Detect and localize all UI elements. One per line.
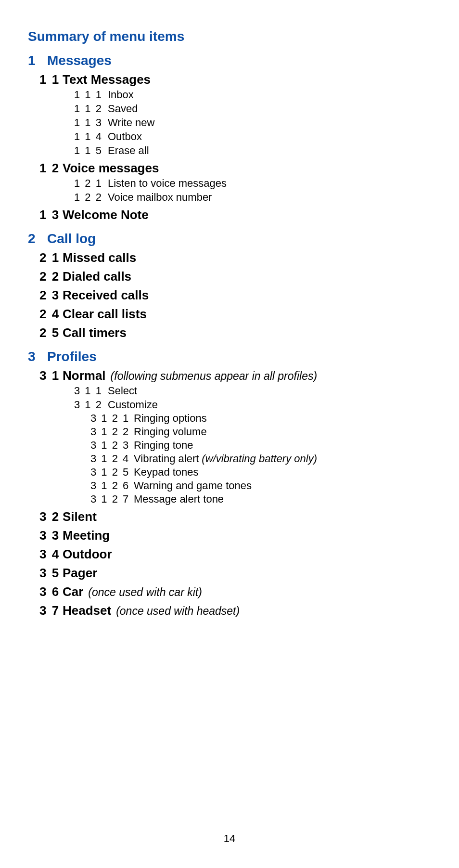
submenu-note: (once used with car kit): [88, 586, 202, 599]
submenu-label: Headset: [63, 603, 111, 618]
submenu-call-timers: 2 5Call timers: [39, 325, 431, 340]
subitem-message-alert-tone: 3 1 2 7Message alert tone: [90, 493, 431, 505]
menu-label: Profiles: [47, 349, 97, 364]
item-number: 1 1 1: [74, 89, 108, 101]
item-listen-voice: 1 2 1Listen to voice messages: [74, 177, 431, 190]
submenu-number: 1 2: [39, 161, 63, 176]
submenu-number: 3 1: [39, 368, 63, 383]
item-saved: 1 1 2Saved: [74, 103, 431, 115]
submenu-note: (following submenus appear in all profil…: [111, 370, 318, 383]
submenu-label: Text Messages: [63, 72, 151, 87]
menu-number: 1: [28, 53, 47, 68]
submenu-welcome-note: 1 3 Welcome Note: [39, 207, 431, 222]
submenu-label: Welcome Note: [63, 207, 149, 222]
submenu-label: Outdoor: [63, 547, 112, 562]
subitem-label: Message alert tone: [134, 493, 224, 505]
item-label: Write new: [108, 117, 154, 129]
subitem-note: (w/vibrating battery only): [202, 453, 317, 465]
menu-profiles: 3 Profiles: [28, 349, 431, 364]
item-number: 1 2 1: [74, 177, 108, 190]
subitem-label: Vibrating alert: [134, 453, 199, 465]
item-number: 1 2 2: [74, 191, 108, 204]
submenu-label: Missed calls: [63, 250, 136, 265]
item-voice-mailbox: 1 2 2Voice mailbox number: [74, 191, 431, 204]
submenu-label: Silent: [63, 509, 97, 524]
submenu-number: 2 3: [39, 288, 63, 303]
subitem-number: 3 1 2 3: [90, 439, 134, 452]
submenu-silent: 3 2Silent: [39, 509, 431, 524]
submenu-car: 3 6Car(once used with car kit): [39, 584, 431, 599]
subitem-vibrating-alert: 3 1 2 4Vibrating alert(w/vibrating batte…: [90, 453, 431, 465]
submenu-label: Clear call lists: [63, 307, 147, 322]
submenu-number: 3 2: [39, 509, 63, 524]
menu-call-log: 2 Call log: [28, 231, 431, 246]
submenu-number: 3 6: [39, 584, 63, 599]
submenu-label: Call timers: [63, 325, 127, 340]
submenu-number: 3 7: [39, 603, 63, 618]
subitem-number: 3 1 2 1: [90, 412, 134, 425]
item-number: 1 1 5: [74, 144, 108, 157]
submenu-label: Meeting: [63, 528, 110, 543]
subitem-number: 3 1 2 4: [90, 453, 134, 465]
submenu-number: 1 3: [39, 207, 63, 222]
item-label: Saved: [108, 103, 138, 115]
subitem-number: 3 1 2 2: [90, 426, 134, 438]
subitem-ringing-volume: 3 1 2 2Ringing volume: [90, 426, 431, 438]
submenu-number: 1 1: [39, 72, 63, 87]
item-outbox: 1 1 4Outbox: [74, 130, 431, 143]
item-label: Customize: [108, 399, 158, 411]
subitem-label: Ringing volume: [134, 426, 207, 438]
subitem-label: Ringing options: [134, 412, 207, 425]
submenu-note: (once used with headset): [116, 605, 240, 618]
submenu-label: Pager: [63, 566, 97, 581]
item-label: Select: [108, 385, 137, 397]
submenu-number: 2 1: [39, 250, 63, 265]
submenu-dialed-calls: 2 2Dialed calls: [39, 269, 431, 284]
submenu-normal: 3 1 Normal (following submenus appear in…: [39, 368, 431, 383]
submenu-number: 3 5: [39, 566, 63, 581]
submenu-headset: 3 7Headset(once used with headset): [39, 603, 431, 618]
item-number: 3 1 2: [74, 399, 108, 411]
subitem-number: 3 1 2 6: [90, 479, 134, 492]
subitem-warning-game-tones: 3 1 2 6Warning and game tones: [90, 479, 431, 492]
submenu-label: Car: [63, 584, 83, 599]
item-number: 1 1 4: [74, 130, 108, 143]
subitem-ringing-tone: 3 1 2 3Ringing tone: [90, 439, 431, 452]
submenu-clear-call-lists: 2 4Clear call lists: [39, 307, 431, 322]
submenu-label: Voice messages: [63, 161, 159, 176]
subitem-number: 3 1 2 7: [90, 493, 134, 505]
subitem-keypad-tones: 3 1 2 5Keypad tones: [90, 466, 431, 479]
item-label: Inbox: [108, 89, 134, 101]
menu-messages: 1 Messages: [28, 53, 431, 68]
item-label: Voice mailbox number: [108, 191, 212, 204]
submenu-outdoor: 3 4Outdoor: [39, 547, 431, 562]
item-customize: 3 1 2Customize: [74, 399, 431, 411]
item-select: 3 1 1Select: [74, 385, 431, 397]
item-label: Listen to voice messages: [108, 177, 227, 190]
item-number: 1 1 2: [74, 103, 108, 115]
submenu-pager: 3 5Pager: [39, 566, 431, 581]
submenu-number: 2 5: [39, 325, 63, 340]
item-write-new: 1 1 3Write new: [74, 117, 431, 129]
subitem-number: 3 1 2 5: [90, 466, 134, 479]
item-label: Erase all: [108, 144, 149, 157]
subitem-ringing-options: 3 1 2 1Ringing options: [90, 412, 431, 425]
submenu-label: Dialed calls: [63, 269, 131, 284]
submenu-label: Received calls: [63, 288, 149, 303]
submenu-number: 3 3: [39, 528, 63, 543]
submenu-voice-messages: 1 2 Voice messages: [39, 161, 431, 176]
submenu-label: Normal: [63, 368, 106, 383]
page-title: Summary of menu items: [28, 29, 431, 44]
menu-label: Messages: [47, 53, 112, 68]
item-number: 1 1 3: [74, 117, 108, 129]
submenu-missed-calls: 2 1Missed calls: [39, 250, 431, 265]
submenu-number: 3 4: [39, 547, 63, 562]
subitem-label: Ringing tone: [134, 439, 193, 452]
item-label: Outbox: [108, 130, 142, 143]
submenu-received-calls: 2 3Received calls: [39, 288, 431, 303]
menu-number: 3: [28, 349, 47, 364]
submenu-text-messages: 1 1 Text Messages: [39, 72, 431, 87]
item-inbox: 1 1 1Inbox: [74, 89, 431, 101]
menu-number: 2: [28, 231, 47, 246]
submenu-number: 2 2: [39, 269, 63, 284]
